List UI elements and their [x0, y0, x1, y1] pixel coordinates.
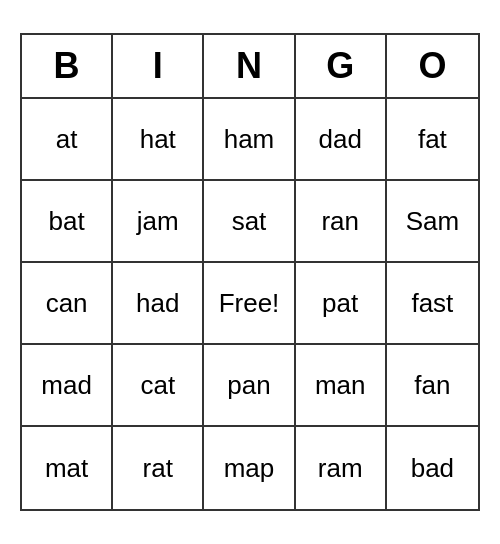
header-letter: G	[296, 35, 387, 97]
cell-r0-c3: dad	[296, 99, 387, 181]
header-letter: I	[113, 35, 204, 97]
cell-r4-c4: bad	[387, 427, 478, 509]
cell-r2-c1: had	[113, 263, 204, 345]
cell-r2-c0: can	[22, 263, 113, 345]
cell-r3-c1: cat	[113, 345, 204, 427]
cell-r1-c4: Sam	[387, 181, 478, 263]
cell-r0-c0: at	[22, 99, 113, 181]
header-letter: O	[387, 35, 478, 97]
cell-r3-c0: mad	[22, 345, 113, 427]
cell-r3-c3: man	[296, 345, 387, 427]
cell-r2-c4: fast	[387, 263, 478, 345]
cell-r4-c3: ram	[296, 427, 387, 509]
cell-r3-c4: fan	[387, 345, 478, 427]
header-letter: B	[22, 35, 113, 97]
cell-r0-c1: hat	[113, 99, 204, 181]
cell-r4-c1: rat	[113, 427, 204, 509]
cell-r3-c2: pan	[204, 345, 295, 427]
cell-r1-c0: bat	[22, 181, 113, 263]
bingo-grid: athathamdadfatbatjamsatranSamcanhadFree!…	[22, 99, 478, 509]
bingo-header: BINGO	[22, 35, 478, 99]
cell-r2-c3: pat	[296, 263, 387, 345]
bingo-card: BINGO athathamdadfatbatjamsatranSamcanha…	[20, 33, 480, 511]
cell-r1-c2: sat	[204, 181, 295, 263]
cell-r2-c2: Free!	[204, 263, 295, 345]
cell-r4-c0: mat	[22, 427, 113, 509]
cell-r0-c4: fat	[387, 99, 478, 181]
cell-r4-c2: map	[204, 427, 295, 509]
header-letter: N	[204, 35, 295, 97]
cell-r1-c3: ran	[296, 181, 387, 263]
cell-r0-c2: ham	[204, 99, 295, 181]
cell-r1-c1: jam	[113, 181, 204, 263]
